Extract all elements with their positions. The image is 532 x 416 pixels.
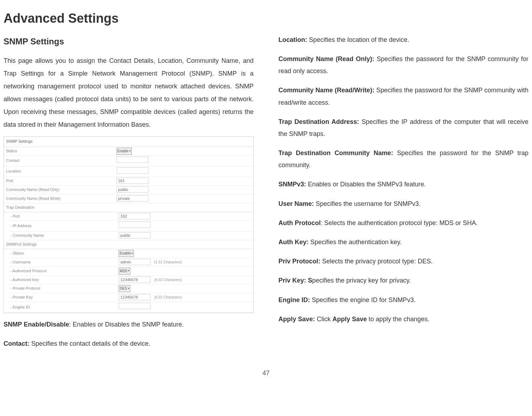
screenshot-input[interactable]: 162	[119, 213, 151, 219]
screenshot-header: SNMP Settings	[4, 137, 253, 147]
v3-header: SNMPv3 Settings	[6, 241, 116, 248]
page-number: 47	[4, 367, 528, 379]
screenshot-row: Status Enable	[4, 147, 253, 156]
screenshot-input[interactable]: 12345678	[119, 294, 151, 300]
screenshot-note: (8-32 Characters)	[154, 278, 182, 282]
screenshot-row: - Private Key 12345678(8-32 Characters)	[8, 293, 253, 302]
definition-paragraph: Trap Destination Address: Specifies the …	[278, 116, 528, 140]
screenshot-row: - Private Protocol DES	[8, 284, 253, 293]
section-title: SNMP Settings	[4, 34, 254, 49]
screenshot-label: - Authorized Key	[10, 277, 119, 284]
definition-paragraph: Auth Protocol: Selects the authenticatio…	[278, 217, 528, 229]
screenshot-input[interactable]: public	[119, 232, 151, 239]
definition-paragraph: Location: Specifies the location of the …	[278, 34, 528, 46]
screenshot-row: Port 161	[4, 177, 253, 186]
def-apply-save: Apply Save: Click Apply Save to apply th…	[278, 313, 528, 325]
screenshot-row: - IP Address	[8, 221, 253, 231]
page-title: Advanced Settings	[4, 7, 528, 30]
screenshot-row: Community Name (Read Write) private	[4, 195, 253, 203]
definition-paragraph: SNMPv3: Enables or Disables the SNMPv3 f…	[278, 178, 528, 190]
screenshot-input[interactable]: admin	[119, 259, 151, 265]
screenshot-label: Location	[6, 168, 116, 175]
screenshot-row: - Authorized Key 12345678(8-32 Character…	[8, 276, 253, 285]
screenshot-row: - Community Name public	[8, 231, 253, 240]
screenshot-label: - Status	[10, 250, 119, 257]
screenshot-label: Community Name (Read Only)	[6, 186, 116, 193]
definition-paragraph: Trap Destination Community Name: Specifi…	[278, 147, 528, 171]
screenshot-select[interactable]: Enable	[116, 148, 132, 155]
screenshot-label: - Community Name	[10, 232, 119, 239]
screenshot-row: - Engine ID	[8, 302, 253, 313]
screenshot-label: Status	[6, 148, 116, 155]
screenshot-row: Contact	[4, 156, 253, 166]
definition-paragraph: Engine ID: Specifies the engine ID for S…	[278, 294, 528, 306]
definition-paragraph: Priv Protocol: Selects the privacy proto…	[278, 255, 528, 267]
def-contact: Contact: Specifies the contact details o…	[4, 338, 254, 350]
definition-paragraph: Community Name (Read/Write): Specifies t…	[278, 84, 528, 108]
screenshot-row: Community Name (Read Only) public	[4, 186, 253, 195]
screenshot-input[interactable]: 12345678	[119, 277, 151, 283]
screenshot-input[interactable]	[119, 303, 151, 309]
screenshot-note: (8-32 Characters)	[154, 295, 182, 299]
screenshot-label: Contact	[6, 157, 116, 164]
screenshot-label: - Private Protocol	[10, 285, 119, 292]
definition-paragraph: Priv Key: Specifies the privacy key for …	[278, 274, 528, 286]
screenshot-row: - Authorized Protocol MD5	[8, 267, 253, 276]
screenshot-label: Port	[6, 177, 116, 185]
screenshot-row: - Status Enable	[8, 249, 253, 258]
screenshot-input[interactable]	[116, 157, 148, 163]
screenshot-select[interactable]: DES	[119, 285, 130, 292]
definition-paragraph: Auth Key: Specifies the authentication k…	[278, 236, 528, 248]
snmp-settings-screenshot: SNMP Settings Status Enable Contact Loca…	[4, 136, 254, 313]
screenshot-label: Community Name (Read Write)	[6, 195, 116, 202]
def-snmp-enable: SNMP Enable/Disable: Enables or Disables…	[4, 318, 254, 330]
screenshot-label: - Private Key	[10, 294, 119, 301]
left-column: SNMP Settings This page allows you to as…	[4, 34, 254, 357]
screenshot-note: (1-31 Characters)	[154, 260, 182, 264]
screenshot-label: - Username	[10, 259, 119, 266]
right-column: Location: Specifies the location of the …	[278, 34, 528, 357]
screenshot-label: - Engine ID	[10, 304, 119, 311]
screenshot-input[interactable]	[119, 221, 151, 228]
screenshot-row: Location	[4, 166, 253, 177]
content-columns: SNMP Settings This page allows you to as…	[4, 34, 528, 357]
screenshot-select[interactable]: MD5	[119, 268, 130, 275]
screenshot-select[interactable]: Enable	[119, 250, 134, 257]
screenshot-input[interactable]	[116, 167, 148, 174]
definition-paragraph: Community Name (Read Only): Specifies th…	[278, 53, 528, 77]
screenshot-row: - Username admin(1-31 Characters)	[8, 258, 253, 267]
screenshot-input[interactable]: public	[116, 186, 148, 193]
trap-header: Trap Destination	[6, 204, 116, 211]
screenshot-input[interactable]: private	[116, 195, 148, 202]
intro-paragraph: This page allows you to assign the Conta…	[4, 54, 254, 131]
screenshot-label: - Authorized Protocol	[10, 268, 119, 275]
screenshot-label: - IP Address	[10, 223, 119, 230]
definition-paragraph: User Name: Specifies the username for SN…	[278, 198, 528, 210]
screenshot-row: - Port 162	[8, 212, 253, 221]
screenshot-label: - Port	[10, 213, 119, 220]
screenshot-input[interactable]: 161	[116, 177, 148, 184]
